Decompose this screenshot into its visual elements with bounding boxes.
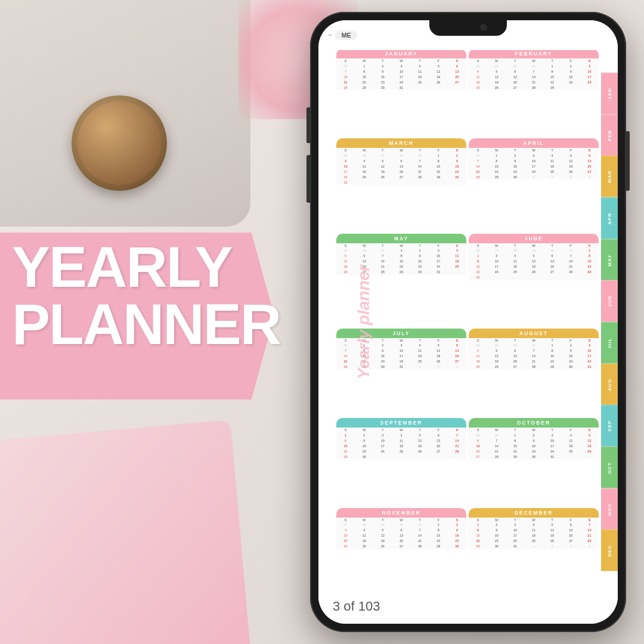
month-august: AUGUST SMTWTFS 28293031123 45678910 1112…	[469, 329, 599, 416]
month-days-aug: SMTWTFS 28293031123 45678910 11121314151…	[469, 338, 599, 370]
title-yearly: YEARLY	[12, 239, 280, 296]
month-header-jun: JUNE	[469, 234, 599, 243]
month-header-feb: FEBRUARY	[469, 49, 599, 58]
month-header-mar: MARCH	[336, 138, 466, 148]
month-days-jun: SMTWTFS 2627282930311 2345678 9101112131…	[469, 243, 599, 280]
month-april: APRIL SMTWTFS 31123456 78910111213 14151…	[469, 138, 599, 231]
phone-button-vol-down	[306, 155, 310, 203]
dh-m1: M	[355, 58, 373, 63]
topbar-label: ME	[335, 30, 357, 40]
month-days-feb: SMTWTFS 28293031123 45678910 11121314151…	[469, 58, 599, 90]
dh-w1: W	[392, 58, 410, 63]
month-days-nov: SMTWTFS 272829303112 3456789 10111213141…	[336, 518, 466, 549]
phone-frame: ~ ME 3 of 103 Yearly planner JAN FEB MAR…	[310, 12, 626, 632]
dh-f1: F	[429, 58, 448, 63]
month-days-dec: SMTWTFS 1234567 891011121314 15161718192…	[469, 518, 599, 549]
dh-s1: S	[336, 58, 355, 63]
side-tabs: JAN FEB MAR APR MAY JUN JUL AUG SEP OCT …	[601, 73, 618, 571]
month-january: JANUARY SMTWTFS 31123456 78910111213 141…	[336, 49, 466, 136]
month-header-oct: OCTOBER	[469, 418, 599, 428]
phone-notch	[429, 19, 507, 36]
month-header-nov: NOVEMBER	[336, 508, 466, 518]
calendar-area: Yearly planner JAN FEB MAR APR MAY JUN J…	[318, 47, 618, 597]
dh-s2: S	[448, 58, 466, 63]
watermark-text: Yearly planner	[354, 265, 373, 379]
month-november: NOVEMBER SMTWTFS 272829303112 3456789 10…	[336, 508, 466, 595]
title-planner: PLANNER	[12, 296, 280, 353]
month-days-oct: SMTWTFS 293012345 6789101112 13141516171…	[469, 428, 599, 459]
month-days-jan: SMTWTFS 31123456 78910111213 14151617181…	[336, 58, 466, 90]
calendar-grid: JANUARY SMTWTFS 31123456 78910111213 141…	[336, 47, 601, 597]
month-march: MARCH SMTWTFS 252627282912 3456789 10111…	[336, 138, 466, 231]
tab-aug[interactable]: AUG	[601, 364, 618, 405]
month-days-apr: SMTWTFS 31123456 78910111213 14151617181…	[469, 148, 599, 179]
tab-apr[interactable]: APR	[601, 197, 618, 239]
month-february: FEBRUARY SMTWTFS 28293031123 45678910 11…	[469, 49, 599, 136]
month-header-jan: JANUARY	[336, 49, 466, 58]
bg-notebook	[0, 420, 252, 644]
month-days-mar: SMTWTFS 252627282912 3456789 10111213141…	[336, 148, 466, 185]
month-june: JUNE SMTWTFS 2627282930311 2345678 91011…	[469, 234, 599, 326]
month-header-dec: DECEMBER	[469, 508, 599, 518]
screen-content: ~ ME 3 of 103 Yearly planner JAN FEB MAR…	[318, 20, 618, 624]
tab-sep[interactable]: SEP	[601, 405, 618, 447]
tab-may[interactable]: MAY	[601, 239, 618, 281]
tab-jun[interactable]: JUN	[601, 280, 618, 322]
phone-screen: ~ ME 3 of 103 Yearly planner JAN FEB MAR…	[318, 20, 618, 624]
tab-dec[interactable]: DEC	[601, 530, 618, 571]
month-header-apr: APRIL	[469, 138, 599, 148]
phone-button-vol-up	[306, 107, 310, 143]
tab-oct[interactable]: OCT	[601, 447, 618, 488]
month-september: SEPTEMBER SMTWTFS 1234567 891011121314 1…	[336, 418, 466, 505]
page-counter: 3 of 103	[333, 599, 380, 614]
dh-t1: T	[373, 58, 392, 63]
month-december: DECEMBER SMTWTFS 1234567 891011121314 15…	[469, 508, 599, 595]
tab-jul[interactable]: JUL	[601, 322, 618, 364]
tab-feb[interactable]: FEB	[601, 114, 618, 156]
tab-mar[interactable]: MAR	[601, 156, 618, 197]
phone-button-power	[626, 131, 630, 191]
dh-t2: T	[411, 58, 429, 63]
title-area: YEARLY PLANNER	[12, 239, 280, 353]
month-header-sep: SEPTEMBER	[336, 418, 466, 428]
bg-coffee	[72, 95, 167, 191]
tab-jan[interactable]: JAN	[601, 73, 618, 114]
month-header-may: MAY	[336, 234, 466, 243]
tab-nov[interactable]: NOV	[601, 488, 618, 530]
month-october: OCTOBER SMTWTFS 293012345 6789101112 131…	[469, 418, 599, 505]
month-days-sep: SMTWTFS 1234567 891011121314 15161718192…	[336, 428, 466, 459]
month-header-aug: AUGUST	[469, 329, 599, 338]
